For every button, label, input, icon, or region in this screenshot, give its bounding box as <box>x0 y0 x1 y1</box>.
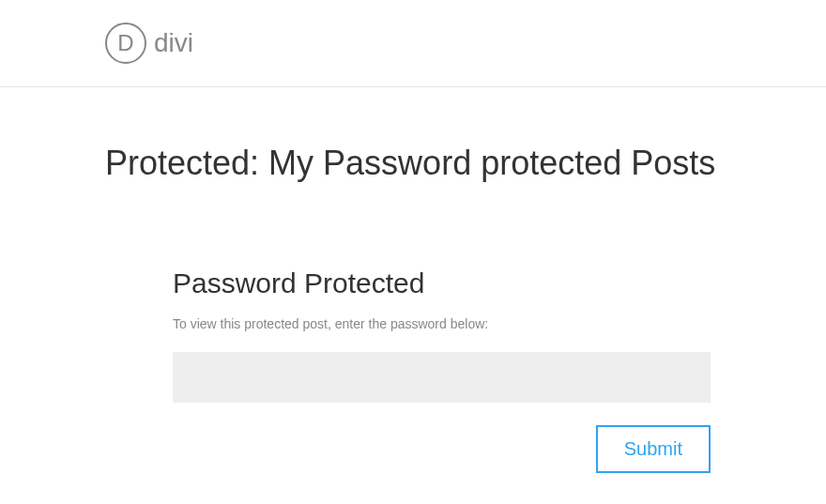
logo-letter: D <box>117 30 133 56</box>
password-instruction: To view this protected post, enter the p… <box>173 316 721 331</box>
site-header: D divi <box>0 0 826 87</box>
main-content: Protected: My Password protected Posts P… <box>0 87 826 473</box>
password-form-title: Password Protected <box>173 267 721 299</box>
submit-button[interactable]: Submit <box>596 425 711 473</box>
password-input[interactable] <box>173 352 711 403</box>
site-logo[interactable]: D divi <box>105 23 193 64</box>
password-form: Password Protected To view this protecte… <box>105 267 721 473</box>
logo-icon: D <box>105 23 146 64</box>
logo-text: divi <box>154 28 193 58</box>
page-title: Protected: My Password protected Posts <box>105 144 721 183</box>
submit-row: Submit <box>173 425 711 473</box>
